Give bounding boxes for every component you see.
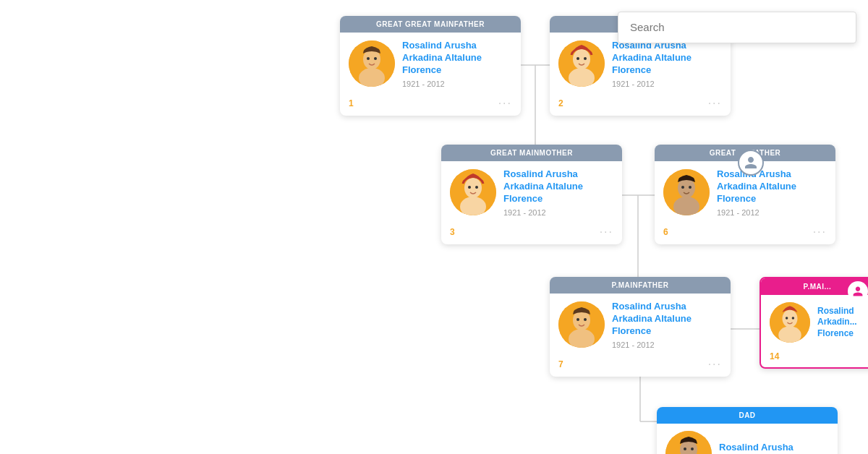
person-dates: 1921 - 2012 — [717, 208, 827, 217]
avatar — [665, 431, 712, 454]
card-menu-button[interactable]: ··· — [708, 97, 722, 110]
person-card: DAD Rosalind Arusha Arkadina Altalune — [657, 407, 838, 454]
svg-point-28 — [689, 186, 692, 189]
person-name: Rosalind Arusha Arkadina Altalune — [719, 442, 829, 454]
person-name: Rosalind Arusha Arkadina Altalune Floren… — [503, 168, 613, 205]
svg-point-43 — [691, 447, 694, 450]
card-header: P.MAINFATHER — [550, 277, 731, 294]
avatar — [663, 169, 710, 215]
person-info: Rosalind Arusha Arkadina Altalune Floren… — [402, 40, 512, 88]
person-name: Rosalind Arusha Arkadina Altalune Floren… — [402, 40, 512, 77]
card-id: 2 — [558, 98, 563, 108]
person-dates: 1921 - 2012 — [402, 80, 512, 88]
person-dates: 1921 - 2012 — [612, 80, 722, 88]
svg-point-32 — [576, 318, 579, 321]
person-name: Rosalind Arusha Arkadina Altalune Floren… — [612, 301, 722, 338]
card-id: 3 — [450, 227, 455, 237]
svg-point-22 — [468, 186, 471, 189]
avatar — [770, 302, 810, 343]
person-card: P.MAI... Rosalind Arkad — [760, 277, 868, 369]
card-id: 1 — [349, 98, 354, 108]
card-id: 14 — [770, 351, 779, 361]
card-menu-button[interactable]: ··· — [600, 226, 613, 239]
person-info: Rosalind Arusha Arkadina Altalune Floren… — [612, 40, 722, 88]
avatar — [558, 40, 605, 87]
svg-point-18 — [584, 57, 587, 60]
person-dates: 1921 - 2012 — [612, 340, 722, 349]
svg-point-12 — [367, 57, 370, 60]
person-dates: 1921 - 2012 — [503, 208, 613, 217]
svg-point-13 — [374, 57, 377, 60]
card-header: GREAT MAINMOTHER — [441, 145, 622, 161]
person-info: Rosalind Arusha Arkadina Altalune — [719, 442, 829, 454]
person-icon — [744, 155, 758, 170]
person-card: GREAT GREAT MAINFATHER Rosalind Arusha A… — [340, 16, 521, 116]
person-name: Rosalind Arusha Arkadina Altalune Floren… — [717, 168, 827, 205]
svg-point-42 — [684, 447, 686, 450]
search-box[interactable] — [618, 12, 856, 43]
person-info: Rosalind Arusha Arkadina Altalune Floren… — [612, 301, 722, 349]
svg-point-37 — [786, 317, 788, 320]
card-id: 6 — [663, 227, 668, 237]
card-header: P.MAI... — [761, 278, 868, 295]
svg-point-35 — [783, 310, 798, 328]
svg-point-23 — [475, 186, 478, 189]
person-name: Rosalind Arusha Arkadina Altalune Floren… — [612, 40, 722, 77]
avatar — [450, 169, 496, 215]
person-info: Rosalind Arusha Arkadina Altalune Floren… — [503, 168, 613, 217]
svg-point-20 — [464, 178, 482, 198]
card-menu-button[interactable]: ··· — [813, 226, 827, 239]
person-card: P.MAINFATHER Rosalind Arusha Arkadina Al… — [550, 277, 731, 377]
svg-point-27 — [681, 186, 684, 189]
person-icon-overlay — [738, 150, 764, 176]
person-name-2: Florence — [817, 328, 865, 340]
card-header: GREAT GREAT MAINFATHER — [340, 16, 521, 33]
card-header: DAD — [657, 407, 838, 424]
card-menu-button[interactable]: ··· — [498, 97, 512, 110]
svg-point-15 — [573, 49, 590, 69]
person-card: GREAT MAINMOTHER Rosalind Arusha Arkadin… — [441, 145, 622, 244]
svg-point-17 — [576, 57, 579, 60]
avatar — [558, 301, 605, 348]
card-id: 7 — [558, 359, 563, 369]
search-input[interactable] — [630, 21, 844, 33]
card-menu-button[interactable]: ··· — [708, 358, 722, 371]
svg-point-38 — [792, 317, 795, 320]
svg-point-33 — [584, 318, 587, 321]
person-name: Rosalind Arkadin... — [817, 306, 865, 328]
person-info: Rosalind Arkadin... Florence — [817, 306, 865, 340]
person-info: Rosalind Arusha Arkadina Altalune Floren… — [717, 168, 827, 217]
avatar — [349, 40, 395, 87]
